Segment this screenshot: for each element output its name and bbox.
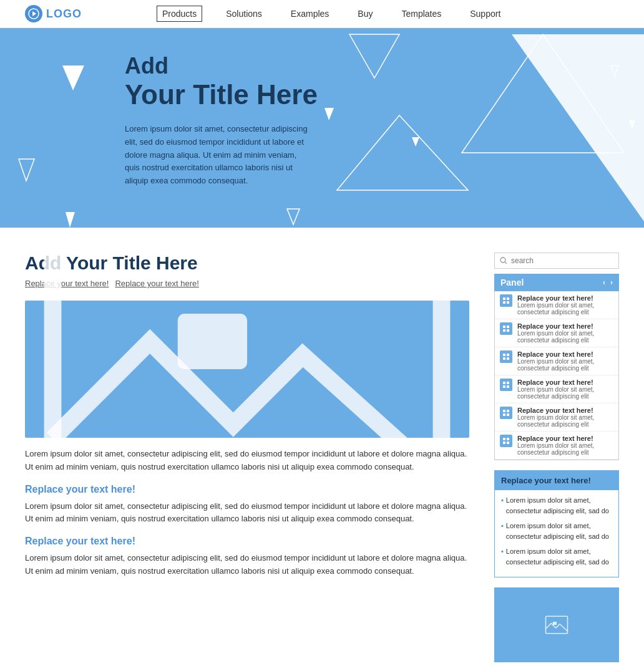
content-left: Add Your Title Here Replace your text he… <box>25 253 469 662</box>
panel-next-arrow[interactable]: › <box>610 278 613 287</box>
panel-header: Panel ‹ › <box>494 274 619 291</box>
svg-rect-28 <box>503 357 505 360</box>
svg-marker-7 <box>19 159 34 181</box>
search-input[interactable] <box>511 256 613 265</box>
svg-rect-39 <box>507 438 509 440</box>
svg-rect-25 <box>507 329 509 332</box>
panel-item-content-5: Replace your text here! Lorem ipsum dolo… <box>517 435 613 456</box>
content-section: Add Your Title Here Replace your text he… <box>0 228 644 671</box>
svg-rect-32 <box>503 385 505 388</box>
svg-rect-36 <box>503 413 505 416</box>
svg-rect-21 <box>507 301 509 304</box>
logo-text: LOGO <box>46 7 82 21</box>
card-item-1: •Lorem ipsum dolor sit amet, consectetur… <box>501 521 612 541</box>
hero-section: Add Your Title Here Lorem ipsum dolor si… <box>0 28 644 228</box>
panel-item-content-0: Replace your text here! Lorem ipsum dolo… <box>517 294 613 316</box>
panel-item-icon-0 <box>500 294 512 307</box>
panel-item-icon-2 <box>500 350 512 363</box>
panel: Panel ‹ › Replace your text here! Lorem … <box>494 274 619 460</box>
panel-item[interactable]: Replace your text here! Lorem ipsum dolo… <box>495 347 618 375</box>
svg-marker-6 <box>62 65 84 90</box>
svg-rect-37 <box>507 413 509 416</box>
nav-solutions[interactable]: Solutions <box>221 6 267 21</box>
svg-marker-10 <box>66 212 75 228</box>
navbar: LOGO Products Solutions Examples Buy Tem… <box>0 0 644 28</box>
content-right: Panel ‹ › Replace your text here! Lorem … <box>494 253 619 662</box>
panel-item-content-1: Replace your text here! Lorem ipsum dolo… <box>517 322 613 344</box>
card-item-text-1: Lorem ipsum dolor sit amet, consectetur … <box>506 521 612 541</box>
panel-item-title-4: Replace your text here! <box>517 407 613 414</box>
panel-item-content-3: Replace your text here! Lorem ipsum dolo… <box>517 379 613 400</box>
card-bullet-1: • <box>501 521 504 541</box>
card-bullet-0: • <box>501 495 504 516</box>
sub1-body: Lorem ipsum dolor sit amet, consectetur … <box>25 500 469 526</box>
panel-item-content-4: Replace your text here! Lorem ipsum dolo… <box>517 407 613 428</box>
logo-icon <box>25 5 42 22</box>
logo-area: LOGO <box>25 5 82 22</box>
svg-rect-38 <box>503 438 505 440</box>
svg-rect-26 <box>503 354 505 356</box>
svg-line-17 <box>505 262 507 264</box>
card-item-text-0: Lorem ipsum dolor sit amet, consectetur … <box>506 495 612 516</box>
hero-body-text: Lorem ipsum dolor sit amet, consectetur … <box>125 123 312 188</box>
panel-item-body-5: Lorem ipsum dolor sit amet, consectetur … <box>517 442 613 456</box>
svg-rect-30 <box>503 382 505 384</box>
panel-item-title-2: Replace your text here! <box>517 350 613 358</box>
svg-rect-41 <box>507 442 509 444</box>
card-box-body: •Lorem ipsum dolor sit amet, consectetur… <box>495 490 618 577</box>
panel-item-content-2: Replace your text here! Lorem ipsum dolo… <box>517 350 613 372</box>
panel-item-title-3: Replace your text here! <box>517 379 613 386</box>
panel-items: Replace your text here! Lorem ipsum dolo… <box>494 291 619 460</box>
hero-content: Add Your Title Here Lorem ipsum dolor si… <box>125 53 619 188</box>
panel-item-body-2: Lorem ipsum dolor sit amet, consectetur … <box>517 358 613 372</box>
svg-marker-8 <box>287 209 300 224</box>
card-bullet-2: • <box>501 546 504 567</box>
panel-item-body-1: Lorem ipsum dolor sit amet, consectetur … <box>517 330 613 344</box>
panel-label: Panel <box>500 278 524 287</box>
panel-item-icon-3 <box>500 379 512 391</box>
svg-marker-13 <box>629 120 635 129</box>
panel-item-title-0: Replace your text here! <box>517 294 613 302</box>
hero-title-line1: Add <box>125 53 619 79</box>
panel-item-icon-4 <box>500 407 512 419</box>
panel-item[interactable]: Replace your text here! Lorem ipsum dolo… <box>495 432 618 460</box>
svg-rect-43 <box>553 622 557 625</box>
svg-rect-18 <box>503 297 505 300</box>
svg-rect-22 <box>503 326 505 328</box>
svg-marker-1 <box>32 11 36 16</box>
nav-buy[interactable]: Buy <box>353 6 378 21</box>
card-box-header: Replace your text here! <box>495 471 618 490</box>
panel-item[interactable]: Replace your text here! Lorem ipsum dolo… <box>495 375 618 403</box>
card-box: Replace your text here! •Lorem ipsum dol… <box>494 470 619 577</box>
panel-item-body-3: Lorem ipsum dolor sit amet, consectetur … <box>517 386 613 400</box>
svg-rect-15 <box>178 314 247 369</box>
sub2-body: Lorem ipsum dolor sit amet, consectetur … <box>25 552 469 578</box>
panel-item-body-4: Lorem ipsum dolor sit amet, consectetur … <box>517 414 613 428</box>
search-box <box>494 253 619 269</box>
nav-support[interactable]: Support <box>465 6 505 21</box>
section1-body: Lorem ipsum dolor sit amet, consectetur … <box>25 448 469 474</box>
hero-title-line2: Your Title Here <box>125 79 619 110</box>
svg-rect-29 <box>507 357 509 360</box>
panel-item[interactable]: Replace your text here! Lorem ipsum dolo… <box>495 291 618 319</box>
panel-item[interactable]: Replace your text here! Lorem ipsum dolo… <box>495 403 618 432</box>
panel-item[interactable]: Replace your text here! Lorem ipsum dolo… <box>495 319 618 347</box>
card-item-text-2: Lorem ipsum dolor sit amet, consectetur … <box>506 546 612 567</box>
svg-point-16 <box>500 258 505 263</box>
svg-rect-40 <box>503 442 505 444</box>
card-item-2: •Lorem ipsum dolor sit amet, consectetur… <box>501 546 612 567</box>
svg-rect-23 <box>507 326 509 328</box>
panel-item-icon-1 <box>500 322 512 335</box>
panel-item-icon-5 <box>500 435 512 447</box>
nav-products[interactable]: Products <box>157 6 202 22</box>
svg-rect-20 <box>503 301 505 304</box>
panel-prev-arrow[interactable]: ‹ <box>603 278 605 287</box>
panel-item-title-1: Replace your text here! <box>517 322 613 330</box>
search-icon <box>500 257 507 264</box>
svg-rect-34 <box>503 410 505 412</box>
panel-nav-arrows: ‹ › <box>603 278 613 287</box>
nav-templates[interactable]: Templates <box>396 6 446 21</box>
svg-rect-19 <box>507 297 509 300</box>
svg-rect-31 <box>507 382 509 384</box>
nav-examples[interactable]: Examples <box>286 6 334 21</box>
